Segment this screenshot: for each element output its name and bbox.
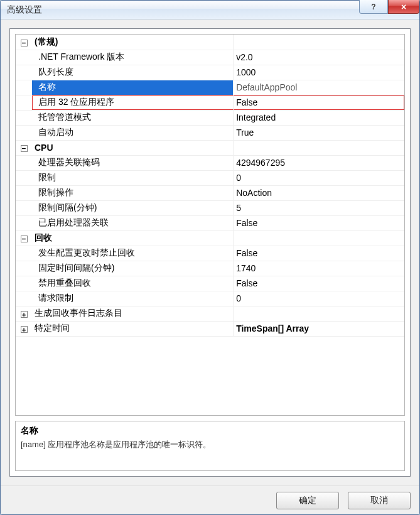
prop-value[interactable]: 5: [234, 200, 404, 215]
prop-value[interactable]: Integrated: [234, 110, 404, 125]
category-recycling[interactable]: − 回收: [16, 230, 404, 246]
prop-auto-start[interactable]: 自动启动 True: [16, 125, 404, 140]
prop-limit-action[interactable]: 限制操作 NoAction: [16, 185, 404, 200]
prop-label: 发生配置更改时禁止回收: [32, 246, 234, 261]
close-button[interactable]: ×: [388, 0, 419, 14]
prop-value[interactable]: True: [234, 125, 404, 140]
prop-disable-recycle-on-config-change[interactable]: 发生配置更改时禁止回收 False: [16, 246, 404, 261]
prop-value[interactable]: False: [234, 95, 404, 110]
prop-label: 自动启动: [32, 125, 234, 140]
category-label: (常规): [32, 35, 234, 50]
minus-icon[interactable]: −: [21, 40, 28, 46]
prop-queue-length[interactable]: 队列长度 1000: [16, 65, 404, 80]
window-title: 高级设置: [7, 4, 42, 16]
client-area: − (常规) .NET Framework 版本 v2.0 队列长度 1000: [1, 19, 419, 485]
prop-value[interactable]: 4294967295: [234, 155, 404, 170]
category-cpu[interactable]: − CPU: [16, 140, 404, 155]
category-label: 特定时间: [32, 321, 234, 336]
prop-processor-affinity-enabled[interactable]: 已启用处理器关联 False: [16, 215, 404, 230]
prop-label: 处理器关联掩码: [32, 155, 234, 170]
description-body: [name] 应用程序池名称是应用程序池的唯一标识符。: [21, 439, 399, 450]
prop-value[interactable]: False: [234, 246, 404, 261]
prop-value-text: False: [236, 97, 257, 107]
prop-disable-overlapped-recycle[interactable]: 禁用重叠回收 False: [16, 276, 404, 291]
prop-value[interactable]: False: [234, 276, 404, 291]
plus-icon[interactable]: +: [21, 326, 28, 333]
prop-net-framework-version[interactable]: .NET Framework 版本 v2.0: [16, 50, 404, 65]
prop-value[interactable]: 0: [234, 170, 404, 185]
category-label: CPU: [32, 140, 234, 155]
ok-button[interactable]: 确定: [276, 492, 339, 509]
description-pane: 名称 [name] 应用程序池名称是应用程序池的唯一标识符。: [15, 421, 405, 471]
prop-value[interactable]: v2.0: [234, 50, 404, 65]
prop-label: 请求限制: [32, 291, 234, 306]
cancel-button[interactable]: 取消: [348, 492, 411, 509]
dialog-button-row: 确定 取消: [1, 485, 419, 514]
prop-label: 托管管道模式: [32, 110, 234, 125]
prop-label: 名称: [32, 80, 234, 95]
property-grid[interactable]: − (常规) .NET Framework 版本 v2.0 队列长度 1000: [15, 34, 405, 416]
category-label: 回收: [32, 230, 234, 246]
prop-value[interactable]: NoAction: [234, 185, 404, 200]
prop-name[interactable]: 名称 DefaultAppPool: [16, 80, 404, 95]
prop-label: 禁用重叠回收: [32, 276, 234, 291]
prop-regular-time-interval[interactable]: 固定时间间隔(分钟) 1740: [16, 261, 404, 276]
highlight-box-icon: [234, 95, 404, 110]
prop-value[interactable]: 1740: [234, 261, 404, 276]
plus-icon[interactable]: +: [21, 311, 28, 318]
window-buttons: ? ×: [359, 0, 419, 14]
prop-value[interactable]: 0: [234, 291, 404, 306]
minus-icon[interactable]: −: [21, 236, 28, 242]
prop-enable-32bit-apps[interactable]: 启用 32 位应用程序 False: [16, 95, 404, 110]
prop-label: 限制操作: [32, 185, 234, 200]
prop-label-text: 启用 32 位应用程序: [38, 97, 114, 107]
prop-value[interactable]: False: [234, 215, 404, 230]
category-eventlog[interactable]: + 生成回收事件日志条目: [16, 306, 404, 321]
prop-label: 已启用处理器关联: [32, 215, 234, 230]
prop-label: 限制: [32, 170, 234, 185]
prop-value[interactable]: 1000: [234, 65, 404, 80]
advanced-settings-dialog: 高级设置 ? × − (常规): [0, 0, 420, 515]
category-general[interactable]: − (常规): [16, 35, 404, 50]
prop-limit[interactable]: 限制 0: [16, 170, 404, 185]
prop-processor-affinity-mask[interactable]: 处理器关联掩码 4294967295: [16, 155, 404, 170]
prop-label: 固定时间间隔(分钟): [32, 261, 234, 276]
help-button[interactable]: ?: [359, 0, 388, 14]
prop-limit-interval[interactable]: 限制间隔(分钟) 5: [16, 200, 404, 215]
prop-value[interactable]: TimeSpan[] Array: [234, 321, 404, 336]
prop-label: 限制间隔(分钟): [32, 200, 234, 215]
prop-label: 队列长度: [32, 65, 234, 80]
prop-label: .NET Framework 版本: [32, 50, 234, 65]
prop-label: 启用 32 位应用程序: [32, 95, 234, 110]
category-specific-times[interactable]: + 特定时间 TimeSpan[] Array: [16, 321, 404, 336]
prop-value[interactable]: DefaultAppPool: [234, 80, 404, 95]
category-label: 生成回收事件日志条目: [32, 306, 234, 321]
prop-request-limit[interactable]: 请求限制 0: [16, 291, 404, 306]
description-title: 名称: [21, 425, 399, 436]
titlebar[interactable]: 高级设置 ? ×: [1, 1, 419, 19]
property-grid-container: − (常规) .NET Framework 版本 v2.0 队列长度 1000: [9, 28, 411, 477]
minus-icon[interactable]: −: [21, 145, 28, 152]
prop-managed-pipeline-mode[interactable]: 托管管道模式 Integrated: [16, 110, 404, 125]
